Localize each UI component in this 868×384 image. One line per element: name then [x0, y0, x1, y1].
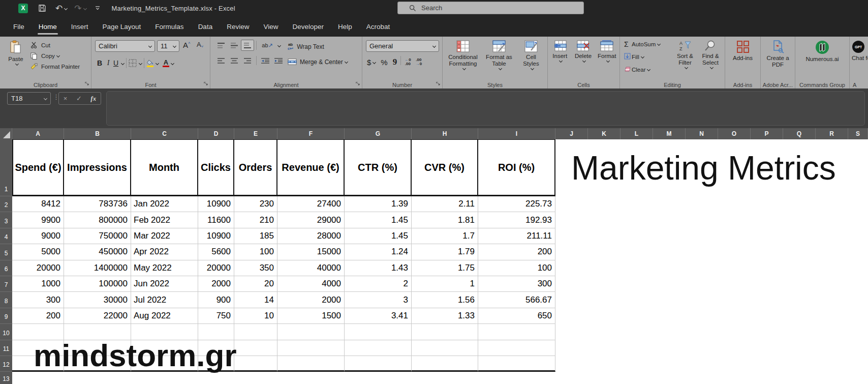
cell-G3[interactable]: 1.45: [345, 212, 412, 228]
cancel-button[interactable]: ×: [64, 95, 68, 102]
cell-I12[interactable]: [478, 356, 555, 372]
column-header-H[interactable]: H: [412, 128, 478, 139]
column-header-I[interactable]: I: [478, 128, 555, 139]
conditional-formatting-button[interactable]: Conditional Formatting: [446, 37, 480, 80]
column-header-E[interactable]: E: [234, 128, 277, 139]
tab-insert[interactable]: Insert: [64, 16, 96, 37]
tab-home[interactable]: Home: [32, 16, 64, 37]
cell-F3[interactable]: 29000: [277, 212, 345, 228]
cell-C7[interactable]: Jun 2022: [131, 276, 198, 292]
cell-H3[interactable]: 1.81: [412, 212, 478, 228]
cell-E6[interactable]: 350: [234, 260, 277, 276]
cell-B5[interactable]: 450000: [64, 244, 131, 260]
cell-B6[interactable]: 1400000: [64, 260, 131, 276]
cell-A3[interactable]: 9900: [12, 212, 64, 228]
cell-A5[interactable]: 5000: [12, 244, 64, 260]
row-header-4[interactable]: 4: [0, 228, 12, 244]
column-header-N[interactable]: N: [686, 128, 718, 139]
dialog-launcher-icon[interactable]: [356, 82, 360, 87]
cell-D2[interactable]: 10900: [198, 196, 234, 212]
decrease-font-size-button[interactable]: A˅: [197, 41, 203, 49]
cell-I1[interactable]: ROI (%): [478, 139, 555, 196]
cell-G9[interactable]: 3.41: [345, 308, 412, 324]
row-header-6[interactable]: 6: [0, 260, 12, 276]
cell-H6[interactable]: 1.75: [412, 260, 478, 276]
tab-review[interactable]: Review: [220, 16, 256, 37]
cell-H2[interactable]: 2.11: [412, 196, 478, 212]
row-header-11[interactable]: 11: [0, 340, 12, 356]
comma-style-button[interactable]: 9: [393, 57, 397, 67]
merge-center-button[interactable]: Merge & Center: [288, 56, 348, 67]
column-header-C[interactable]: C: [131, 128, 198, 139]
cell-D7[interactable]: 2000: [198, 276, 234, 292]
cell-I9[interactable]: 650: [478, 308, 555, 324]
cell-I5[interactable]: 200: [478, 244, 555, 260]
cell-B3[interactable]: 800000: [64, 212, 131, 228]
tab-formulas[interactable]: Formulas: [148, 16, 191, 37]
cell-C8[interactable]: Jul 2022: [131, 292, 198, 308]
cell-E9[interactable]: 10: [234, 308, 277, 324]
tab-help[interactable]: Help: [331, 16, 359, 37]
cell-I2[interactable]: 225.73: [478, 196, 555, 212]
paste-button[interactable]: Paste: [4, 37, 27, 80]
column-header-R[interactable]: R: [816, 128, 848, 139]
cell-D4[interactable]: 10900: [198, 228, 234, 244]
cell-C1[interactable]: Month: [131, 139, 198, 196]
cell-A9[interactable]: 200: [12, 308, 64, 324]
increase-indent-button[interactable]: [272, 55, 285, 66]
cell-styles-button[interactable]: Cell Styles: [518, 37, 544, 80]
cell-H12[interactable]: [412, 356, 478, 372]
dialog-launcher-icon[interactable]: [436, 82, 441, 87]
tab-view[interactable]: View: [256, 16, 285, 37]
decrease-decimal-button[interactable]: .00→0: [416, 58, 422, 66]
column-header-B[interactable]: B: [64, 128, 131, 139]
row-header-1[interactable]: 1: [0, 139, 12, 196]
cell-E1[interactable]: Orders: [234, 139, 277, 196]
cell-F8[interactable]: 2000: [277, 292, 345, 308]
find-select-button[interactable]: Find & Select: [697, 37, 724, 80]
cell-H5[interactable]: 1.79: [412, 244, 478, 260]
name-box[interactable]: T18: [7, 92, 51, 105]
cell-F1[interactable]: Revenue (€): [277, 139, 345, 196]
numerous-ai-button[interactable]: Numerous.ai: [799, 37, 845, 80]
row-header-2[interactable]: 2: [0, 196, 12, 212]
align-middle-button[interactable]: [228, 40, 241, 51]
select-all-button[interactable]: [0, 128, 12, 139]
cell-H1[interactable]: CVR (%): [412, 139, 478, 196]
cell-H8[interactable]: 1.56: [412, 292, 478, 308]
cell-C9[interactable]: Aug 2022: [131, 308, 198, 324]
cell-G1[interactable]: CTR (%): [345, 139, 412, 196]
cell-G8[interactable]: 3: [345, 292, 412, 308]
cell-C6[interactable]: May 2022: [131, 260, 198, 276]
cell-G11[interactable]: [345, 340, 412, 356]
accounting-format-button[interactable]: $: [367, 58, 371, 67]
cell-F9[interactable]: 1500: [277, 308, 345, 324]
cell-F12[interactable]: [277, 356, 345, 372]
cell-F7[interactable]: 4000: [277, 276, 345, 292]
search-input[interactable]: Search: [397, 2, 584, 14]
cell-E5[interactable]: 100: [234, 244, 277, 260]
cell-A8[interactable]: 300: [12, 292, 64, 308]
column-header-J[interactable]: J: [555, 128, 588, 139]
enter-button[interactable]: ✓: [76, 95, 82, 102]
cell-E8[interactable]: 14: [234, 292, 277, 308]
formula-input[interactable]: [106, 91, 865, 126]
tab-developer[interactable]: Developer: [285, 16, 331, 37]
cut-button[interactable]: Cut: [30, 40, 80, 50]
cell-D3[interactable]: 11600: [198, 212, 234, 228]
wrap-text-button[interactable]: abc↩ Wrap Text: [288, 41, 324, 52]
column-header-Q[interactable]: Q: [783, 128, 816, 139]
cell-B7[interactable]: 100000: [64, 276, 131, 292]
cell-H11[interactable]: [412, 340, 478, 356]
format-painter-button[interactable]: Format Painter: [30, 61, 80, 72]
increase-decimal-button[interactable]: ←0.00: [405, 58, 411, 66]
column-header-L[interactable]: L: [621, 128, 653, 139]
bold-button[interactable]: B: [95, 59, 104, 67]
cell-I4[interactable]: 211.11: [478, 228, 555, 244]
cell-B1[interactable]: Impressions: [64, 139, 131, 196]
number-format-select[interactable]: General: [366, 40, 439, 52]
chat-gpt-button[interactable]: GPT Chat for E: [852, 37, 868, 80]
row-header-3[interactable]: 3: [0, 212, 12, 228]
cell-F4[interactable]: 28000: [277, 228, 345, 244]
insert-cells-button[interactable]: Insert: [549, 37, 571, 80]
